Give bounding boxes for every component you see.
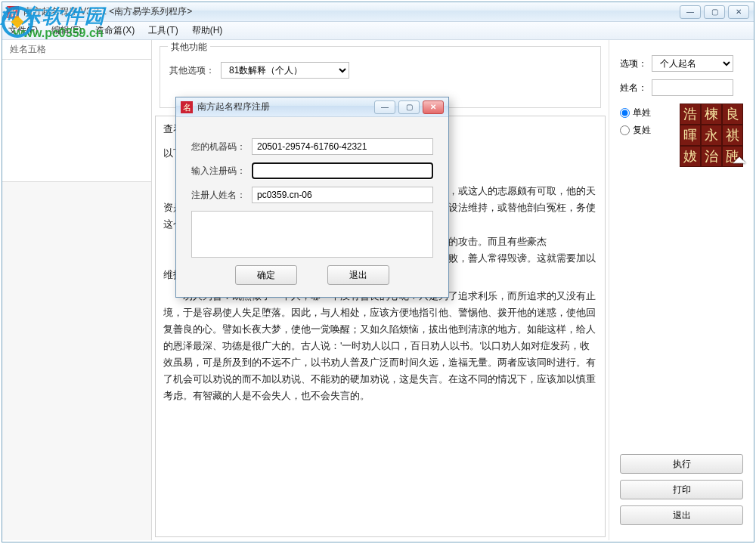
app-icon: 名 [7,6,19,18]
dialog-close-button[interactable]: ✕ [423,100,444,114]
close-button[interactable]: ✕ [728,5,749,19]
maximize-button[interactable]: ▢ [704,5,725,19]
register-dialog: 名 南方起名程序注册 ― ▢ ✕ 您的机器码： 输入注册码： 注册人姓名： 确定… [175,97,449,298]
reg-code-label: 输入注册码： [191,165,246,178]
action-buttons: 执行 打印 退出 [620,454,743,525]
surname-input[interactable] [652,79,733,96]
right-pane: 选项： 个人起名 姓名： 单姓 复姓 浩 楝 良 暉 永 祺 [609,40,754,540]
svg-text:名: 名 [183,103,191,112]
char-cell[interactable]: 祺 [722,125,743,146]
dialog-titlebar: 名 南方起名程序注册 ― ▢ ✕ [176,97,448,117]
left-tab[interactable]: 姓名五格 [2,40,151,60]
reg-code-input[interactable] [252,162,433,179]
char-cell[interactable]: 浩 [680,104,701,125]
radio-compound[interactable]: 复姓 [620,124,651,137]
right-option-select[interactable]: 个人起名 [652,55,733,72]
other-option-select[interactable]: 81数解释（个人） [221,62,349,79]
dialog-cancel-button[interactable]: 退出 [327,265,389,285]
paragraph-2: 劝人为善：既然做了一个人，哪一个没有善良的心呢？只是为了追求利乐，而所追求的又没… [163,288,597,405]
dialog-body: 您的机器码： 输入注册码： 注册人姓名： 确定 退出 [176,117,448,297]
window-controls: ― ▢ ✕ [680,5,749,19]
menubar: 文件(F) 编辑(E) 造命篇(X) 工具(T) 帮助(H) [2,22,754,40]
main-title: 南方起名程序 V3.2.1 <南方易学系列程序> [23,5,680,18]
machine-code-field[interactable] [252,138,433,155]
dialog-title: 南方起名程序注册 [197,100,374,113]
surname-radios: 单姓 复姓 [620,107,651,137]
char-cell[interactable]: 永 [701,125,722,146]
menu-edit[interactable]: 编辑(E) [51,24,82,37]
execute-button[interactable]: 执行 [620,454,743,474]
reg-user-label: 注册人姓名： [191,189,246,202]
char-cell[interactable]: 良 [722,104,743,125]
right-option-label: 选项： [620,57,647,70]
other-option-label: 其他选项： [169,64,215,77]
dialog-ok-button[interactable]: 确定 [235,265,297,285]
dialog-message-box [191,211,433,258]
machine-code-label: 您的机器码： [191,141,246,153]
dialog-maximize-button[interactable]: ▢ [398,100,420,114]
minimize-button[interactable]: ― [680,5,701,19]
char-cell[interactable]: 妭 [680,146,701,167]
char-cell cursor[interactable]: 瓲 [722,146,743,167]
menu-tools[interactable]: 工具(T) [148,24,178,37]
dialog-minimize-button[interactable]: ― [374,100,395,114]
reg-user-input[interactable] [252,187,433,203]
group-legend: 其他功能 [168,41,210,54]
menu-file[interactable]: 文件(F) [8,24,38,37]
radio-single[interactable]: 单姓 [620,107,651,119]
exit-button[interactable]: 退出 [620,505,743,525]
print-button[interactable]: 打印 [620,480,743,499]
dialog-window-controls: ― ▢ ✕ [374,100,444,114]
menu-fate[interactable]: 造命篇(X) [95,24,135,37]
char-cell[interactable]: 楝 [701,104,722,125]
main-titlebar: 名 南方起名程序 V3.2.1 <南方易学系列程序> ― ▢ ✕ [2,2,754,22]
left-empty-box [2,60,151,182]
menu-help[interactable]: 帮助(H) [192,24,223,37]
hidden-row [169,83,591,94]
right-name-label: 姓名： [620,82,647,94]
left-pane: 姓名五格 [2,40,152,540]
char-grid[interactable]: 浩 楝 良 暉 永 祺 妭 治 瓲 [680,104,743,167]
dialog-icon: 名 [181,101,193,113]
char-cell[interactable]: 治 [701,146,722,167]
svg-text:名: 名 [9,8,17,17]
char-cell[interactable]: 暉 [680,125,701,146]
